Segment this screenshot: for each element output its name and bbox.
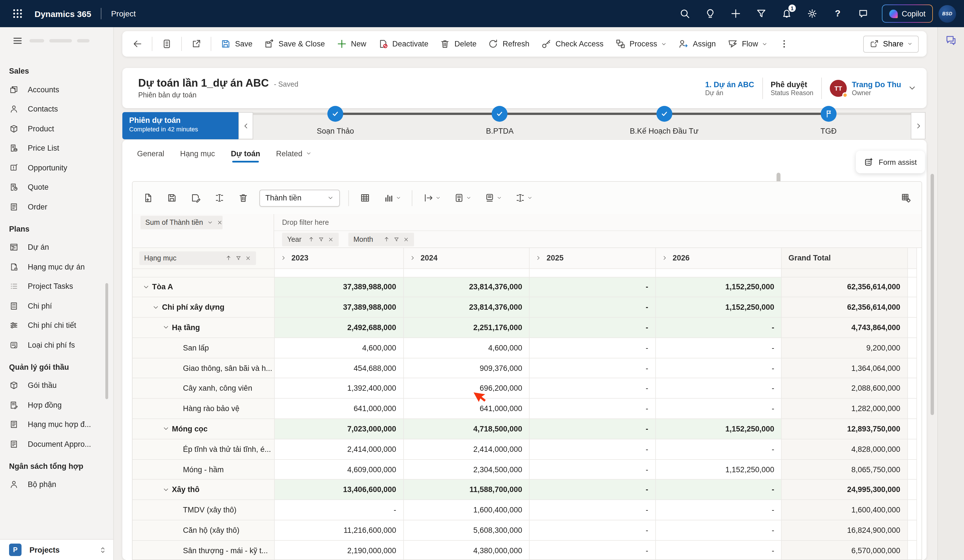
pivot-value-cell[interactable]: - [529, 459, 655, 480]
pivot-value-cell[interactable]: 37,389,988,000 [274, 277, 403, 297]
save-report-button[interactable] [164, 190, 179, 205]
process-button[interactable]: Process [611, 35, 671, 53]
bpf-stage-0[interactable]: Soạn Thảo [253, 112, 418, 139]
help-button[interactable]: ? [828, 4, 847, 23]
pivot-value-cell[interactable]: - [529, 520, 655, 540]
rename-report-button[interactable] [212, 190, 227, 205]
grand-total-cell[interactable]: 1,600,400,000 [782, 500, 907, 520]
sidebar-item-quote[interactable]: Quote [0, 177, 113, 197]
grand-total-cell[interactable]: 8,065,750,000 [782, 459, 907, 480]
deactivate-button[interactable]: Deactivate [373, 35, 432, 53]
header-expand-chevron-icon[interactable] [908, 84, 917, 92]
sidebar-scrollbar[interactable] [105, 283, 108, 399]
row-header-leaf[interactable]: Căn hộ (xây thô) [132, 520, 274, 540]
sidebar-item-price-list[interactable]: Price List [0, 138, 113, 158]
refresh-button[interactable]: Refresh [484, 35, 534, 53]
grand-total-cell[interactable]: 16,824,900,000 [782, 520, 907, 540]
back-button[interactable] [128, 35, 147, 53]
pivot-value-cell[interactable]: 2,304,500,000 [403, 459, 529, 480]
format-options-button[interactable] [512, 190, 534, 205]
pivot-value-cell[interactable]: 11,216,600,000 [274, 520, 403, 540]
pivot-value-cell[interactable]: - [529, 358, 655, 378]
export-button[interactable] [420, 190, 443, 205]
column-header-2025[interactable]: 2025 [529, 248, 655, 269]
pivot-value-cell[interactable]: 2,414,000,000 [274, 439, 403, 459]
grand-total-cell[interactable]: 62,356,614,000 [782, 297, 907, 317]
feedback-button[interactable] [853, 4, 873, 23]
pivot-value-cell[interactable]: - [655, 358, 782, 378]
area-switcher[interactable]: P Projects [0, 539, 114, 560]
pivot-value-cell[interactable]: 13,406,600,000 [274, 480, 403, 500]
row-header-leaf[interactable]: Hàng rào bảo vệ [132, 399, 274, 419]
sidebar-item-h-ng-m-c-h-p-[interactable]: Hạng mục hợp đ... [0, 415, 113, 434]
assign-button[interactable]: Assign [674, 35, 720, 53]
tab-h-ng-m-c[interactable]: Hạng mục [180, 149, 215, 163]
waffle-menu-button[interactable] [8, 4, 27, 23]
tab-related[interactable]: Related [276, 149, 311, 163]
form-selector-button[interactable] [158, 35, 176, 53]
copilot-button[interactable]: Copilot [882, 5, 933, 23]
pivot-value-cell[interactable]: - [529, 540, 655, 560]
row-header-group[interactable]: Tòa A [132, 277, 274, 297]
grand-total-cell[interactable]: 24,995,300,000 [782, 480, 907, 500]
header-field-0[interactable]: 1. Dự án ABC Dự án [705, 80, 754, 96]
grand-total-cell[interactable]: 9,200,000 [782, 338, 907, 358]
form-vertical-scrollbar[interactable] [930, 174, 934, 415]
pivot-value-cell[interactable]: 2,492,688,000 [274, 317, 403, 338]
form-assist-button[interactable]: Form assist [856, 151, 925, 173]
pivot-value-cell[interactable]: - [655, 480, 782, 500]
grand-total-cell[interactable]: 2,088,600,000 [782, 378, 907, 399]
pivot-value-cell[interactable]: 1,152,250,000 [655, 297, 782, 317]
row-header-group[interactable]: Hạ tầng [132, 317, 274, 338]
sidebar-item-accounts[interactable]: Accounts [0, 80, 113, 99]
pivot-value-cell[interactable]: 1,152,250,000 [655, 459, 782, 480]
pivot-value-cell[interactable]: 1,392,400,000 [274, 378, 403, 399]
save-and-close-button[interactable]: Save & Close [260, 35, 329, 53]
tab-d-to-n[interactable]: Dự toán [231, 149, 260, 163]
pivot-value-cell[interactable]: - [655, 540, 782, 560]
hamburger-menu-button[interactable] [9, 32, 26, 49]
chart-view-button[interactable] [381, 190, 403, 205]
row-header-leaf[interactable]: Cây xanh, công viên [132, 378, 274, 399]
header-field-1[interactable]: Phê duyệt Status Reason [770, 80, 813, 96]
grand-total-cell[interactable]: 1,282,000,000 [782, 399, 907, 419]
pivot-value-cell[interactable]: - [655, 378, 782, 399]
header-field-value[interactable]: 1. Dự án ABC [705, 80, 754, 89]
pivot-value-cell[interactable]: 2,251,176,000 [403, 317, 529, 338]
measure-dropdown[interactable]: Thành tiền [259, 189, 340, 207]
grid-settings-button[interactable] [898, 190, 913, 205]
more-commands-button[interactable] [775, 35, 794, 53]
pivot-value-cell[interactable]: - [655, 439, 782, 459]
pivot-value-cell[interactable]: 909,376,000 [403, 358, 529, 378]
column-header-grand-total[interactable]: Grand Total [782, 248, 907, 269]
column-field-chip-month[interactable]: Month [348, 233, 414, 246]
bpf-active-stage[interactable]: Phiên dự toán Completed in 42 minutes [122, 112, 238, 139]
flow-button[interactable]: Flow [723, 35, 772, 53]
collapse-fields-button[interactable] [482, 190, 504, 205]
show-fields-button[interactable] [451, 190, 473, 205]
pivot-value-cell[interactable]: 11,588,700,000 [403, 480, 529, 500]
pivot-value-cell[interactable]: - [655, 338, 782, 358]
pivot-value-cell[interactable]: - [529, 378, 655, 399]
pivot-value-cell[interactable]: 4,380,000,000 [403, 540, 529, 560]
column-header-2024[interactable]: 2024 [403, 248, 529, 269]
row-header-leaf[interactable]: Ép tĩnh và thử tải tĩnh, é... [132, 439, 274, 459]
new-button[interactable]: New [332, 35, 370, 53]
bpf-stage-2[interactable]: B.Kế Hoạch Đầu Tư [582, 112, 746, 139]
pivot-value-cell[interactable]: 641,000,000 [403, 399, 529, 419]
pivot-value-cell[interactable]: 23,814,376,000 [403, 277, 529, 297]
bpf-scroll-left-button[interactable] [238, 112, 253, 139]
row-header-group[interactable]: Xây thô [132, 480, 274, 500]
pivot-value-cell[interactable]: 7,023,000,000 [274, 419, 403, 439]
sidebar-item-chi-ph-chi-ti-t[interactable]: Chi phí chi tiết [0, 316, 113, 335]
bpf-stage-3[interactable]: TGĐ [746, 112, 911, 139]
ideas-button[interactable] [701, 4, 720, 23]
delete-report-button[interactable] [235, 190, 251, 205]
share-button[interactable]: Share [863, 36, 919, 52]
pivot-value-cell[interactable]: 4,609,000,000 [274, 459, 403, 480]
pivot-value-cell[interactable]: 1,152,250,000 [655, 277, 782, 297]
save-report-as-button[interactable] [188, 190, 203, 205]
grand-total-cell[interactable]: 62,356,614,000 [782, 277, 907, 297]
pivot-value-cell[interactable]: - [529, 419, 655, 439]
area-swap-icon[interactable] [99, 545, 107, 554]
